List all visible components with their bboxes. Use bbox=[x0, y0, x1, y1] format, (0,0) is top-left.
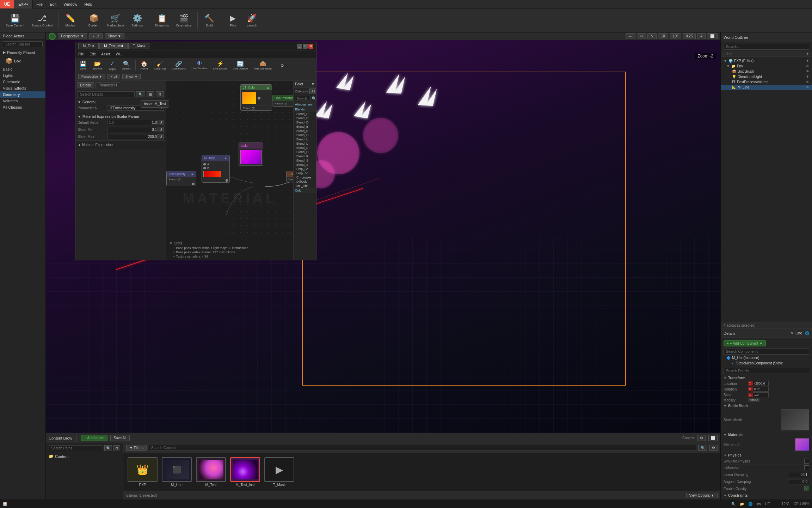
start-icon[interactable]: 🪟 bbox=[3, 502, 7, 506]
modes-button[interactable]: ✏️ Modes bbox=[61, 11, 79, 30]
parameter-tab[interactable]: Parameter I bbox=[96, 82, 120, 88]
node-jt-color[interactable]: JT_Color ▲ Param (1) bbox=[240, 84, 272, 111]
multiply-port-b-dot[interactable] bbox=[203, 167, 206, 169]
detail-search-button[interactable]: 🔍 bbox=[136, 91, 145, 97]
mat-apply-button[interactable]: ✓ Apply bbox=[106, 59, 119, 71]
palette-group-atmospheric[interactable]: Atmospheric bbox=[294, 102, 316, 107]
detail-settings-button[interactable]: ⚙ bbox=[156, 91, 164, 97]
mat-menu-file[interactable]: File bbox=[75, 52, 87, 57]
search-paths-input[interactable] bbox=[49, 445, 103, 451]
viewport-camera-speed[interactable]: 4 bbox=[697, 33, 706, 39]
window-minimize-button[interactable]: _ bbox=[297, 44, 302, 49]
palette-item-lerp-sc2[interactable]: Lerp_Sc bbox=[294, 171, 316, 175]
asset-exp[interactable]: 👑 EXP bbox=[128, 457, 158, 487]
slider-max-input[interactable] bbox=[107, 134, 147, 139]
palette-item-blend-l1[interactable]: Blend_L bbox=[294, 137, 316, 141]
outliner-post-eye-icon[interactable]: 👁 bbox=[806, 80, 809, 84]
location-x-value[interactable] bbox=[753, 381, 769, 386]
simulate-physics-checkbox[interactable] bbox=[804, 459, 809, 464]
content-search-input[interactable] bbox=[149, 445, 696, 451]
mat-tab-m-test-inst[interactable]: M_Test_Inst bbox=[99, 43, 128, 49]
constraints-section-header[interactable]: ▼ Constraints bbox=[724, 492, 809, 498]
search-classes-input[interactable] bbox=[3, 41, 43, 47]
mat-menu-window[interactable]: Wi... bbox=[113, 52, 125, 57]
build-button[interactable]: 🔨 Build bbox=[201, 11, 218, 30]
cinematics-button[interactable]: 🎬 Cinematics bbox=[173, 11, 195, 30]
palette-group-color[interactable]: Color bbox=[294, 188, 316, 193]
play-button[interactable]: ▶ Play bbox=[224, 11, 242, 30]
mat-show-button[interactable]: Show ▼ bbox=[122, 74, 141, 79]
outliner-exp-eye-icon[interactable]: 👁 bbox=[806, 59, 809, 63]
palette-item-blend-e2[interactable]: Blend_E bbox=[294, 129, 316, 133]
add-component-button[interactable]: + + Add Component ▼ bbox=[724, 340, 766, 346]
node-line-opacity[interactable]: LineOpacity ▲ Param (1) bbox=[166, 171, 196, 186]
outliner-item-exp-editor[interactable]: ▼ 🌍 EXP (Editor) 👁 bbox=[721, 58, 812, 64]
menu-file[interactable]: File bbox=[33, 0, 46, 8]
outliner-mline-eye-icon[interactable]: 👁 bbox=[806, 85, 809, 89]
menu-help[interactable]: Help bbox=[81, 0, 96, 8]
angular-damping-input[interactable] bbox=[788, 479, 809, 484]
jt-color-port-out[interactable] bbox=[258, 97, 260, 99]
outliner-env-eye-icon[interactable]: 👁 bbox=[806, 64, 809, 68]
mat-home-button[interactable]: 🏠 Home bbox=[138, 60, 150, 71]
mat-browse-button[interactable]: 📂 Browse bbox=[91, 60, 105, 71]
show-button[interactable]: Show ▼ bbox=[105, 33, 124, 39]
static-mesh-section-header[interactable]: ▼ Static Mesh bbox=[724, 403, 809, 409]
palette-item-blend-c1[interactable]: Blend_C bbox=[294, 112, 316, 116]
outliner-search-input[interactable] bbox=[724, 44, 809, 50]
palette-search-input[interactable] bbox=[295, 96, 311, 101]
default-value-reset-button[interactable]: ↺ bbox=[158, 120, 164, 125]
mat-live-update-button[interactable]: 🔄 Live Update bbox=[231, 60, 250, 71]
is-massive-checkbox[interactable] bbox=[804, 465, 809, 470]
mat-search-button[interactable]: 🔍 Search bbox=[120, 60, 133, 71]
palette-category-select[interactable]: All bbox=[309, 89, 316, 94]
viewport-maximize[interactable]: ⬜ bbox=[707, 33, 718, 39]
add-import-button[interactable]: + Add/Import bbox=[81, 435, 108, 441]
launch-button[interactable]: 🚀 Launch bbox=[243, 11, 261, 30]
enable-gravity-checkbox[interactable]: ✓ bbox=[804, 486, 809, 491]
slider-max-reset-button[interactable]: ↺ bbox=[158, 134, 164, 139]
recently-placed-box-item[interactable]: 📦 Box bbox=[6, 56, 40, 65]
mat-menu-asset[interactable]: Asset bbox=[98, 52, 113, 57]
taskbar-icon-2[interactable]: 🌐 bbox=[748, 502, 752, 506]
asset-m-line[interactable]: ⬛ M_Line bbox=[162, 457, 192, 487]
taskbar-icon-4[interactable]: UE bbox=[765, 502, 770, 506]
sidebar-item-cinematic[interactable]: Cinematic bbox=[0, 79, 45, 85]
window-maximize-button[interactable]: □ bbox=[303, 44, 308, 49]
search-paths-button[interactable]: 🔍 bbox=[104, 445, 112, 451]
viewport-control-rotate[interactable]: ↻ bbox=[637, 33, 646, 39]
outliner-light-eye-icon[interactable]: 👁 bbox=[806, 75, 809, 79]
viewport-scale-snap[interactable]: 0.25 bbox=[683, 33, 696, 39]
materials-section-header[interactable]: ▼ Materials bbox=[724, 431, 809, 437]
component-static-mesh[interactable]: 🔹 StaticMeshComponent (Static bbox=[724, 361, 809, 366]
mat-lit-button[interactable]: ● Lit bbox=[107, 74, 120, 79]
lit-button[interactable]: ● Lit bbox=[89, 33, 103, 39]
transform-section-header[interactable]: ▼ Transform bbox=[724, 375, 809, 381]
search-details-input[interactable] bbox=[724, 368, 809, 374]
mat-menu-edit[interactable]: Edit bbox=[87, 52, 98, 57]
node-color[interactable]: Color bbox=[239, 143, 263, 166]
sidebar-item-geometry[interactable]: Geometry bbox=[0, 91, 45, 98]
palette-arrow-icon[interactable]: ▼ bbox=[311, 82, 315, 86]
outliner-box-eye-icon[interactable]: 👁 bbox=[806, 69, 809, 73]
node-line-emiss-intensity[interactable]: LineEmissIntensity Param (1) bbox=[272, 95, 293, 107]
viewport-grid-snap[interactable]: 10 bbox=[658, 33, 668, 39]
outliner-item-box-brush[interactable]: 📦 Box Brush 👁 bbox=[721, 69, 812, 74]
menu-window[interactable]: Window bbox=[60, 0, 81, 8]
search-icon[interactable]: 🔍 bbox=[731, 502, 736, 506]
palette-item-blend-l3[interactable]: Blend_L bbox=[294, 146, 316, 150]
view-options-button[interactable]: View Options ▼ bbox=[686, 493, 718, 498]
outliner-item-post-process[interactable]: 🎞 PostProcessVolume 👁 bbox=[721, 79, 812, 85]
physics-section-header[interactable]: ▼ Physics bbox=[724, 452, 809, 458]
sidebar-item-basic[interactable]: Basic bbox=[0, 66, 45, 72]
mat-tab-m-test[interactable]: M_Test bbox=[78, 43, 99, 49]
taskbar-icon-3[interactable]: 🎮 bbox=[757, 502, 761, 506]
node-jtemissint[interactable]: JTEmissInt ▲ Param (1) bbox=[286, 171, 293, 182]
details-tab[interactable]: Details bbox=[77, 82, 94, 88]
sidebar-item-volumes[interactable]: Volumes bbox=[0, 98, 45, 104]
mat-perspective-button[interactable]: Perspective ▼ bbox=[78, 74, 105, 79]
sidebar-item-recently-placed[interactable]: ▶ Recently Placed bbox=[0, 49, 45, 56]
mat-connectors-button[interactable]: 🔗 Connectors bbox=[169, 60, 188, 71]
palette-item-blend-s2[interactable]: Blend_S bbox=[294, 163, 316, 167]
path-settings-button[interactable]: ⚙ bbox=[113, 445, 120, 451]
